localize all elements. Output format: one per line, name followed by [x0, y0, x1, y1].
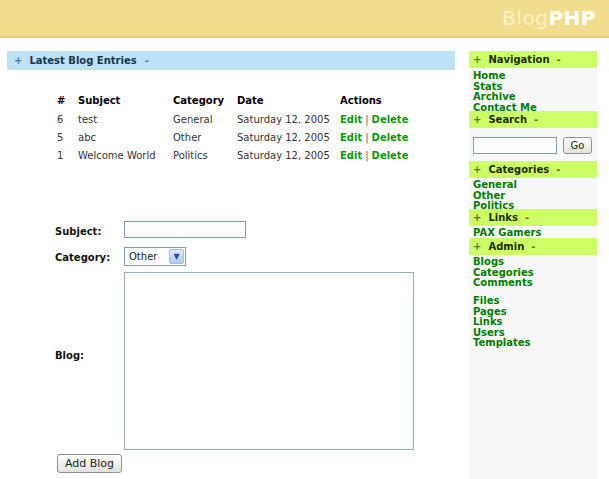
cell-category: General	[173, 110, 237, 128]
delete-link[interactable]: Delete	[372, 132, 409, 143]
action-separator: |	[365, 114, 368, 125]
table-row: 5 abc Other Saturday 12, 2005 Edit|Delet…	[57, 128, 430, 146]
latest-blog-entries-bar: +Latest Blog Entries-	[7, 51, 455, 70]
expand-toggle-icon[interactable]: +	[473, 164, 481, 175]
admin-section-title: Admin	[488, 241, 524, 252]
admin-links-group1: Blogs Categories Comments	[473, 257, 534, 289]
action-separator: |	[365, 132, 368, 143]
table-row: 1 Welcome World Politics Saturday 12, 20…	[57, 146, 430, 164]
col-header-num: #	[57, 90, 78, 110]
sidebar-item-admin-links[interactable]: Links	[473, 317, 531, 328]
search-input[interactable]	[473, 137, 557, 154]
cell-date: Saturday 12, 2005	[237, 110, 340, 128]
sidebar: +Navigation- Home Stats Archive Contact …	[469, 51, 597, 479]
collapse-toggle-icon[interactable]: -	[531, 241, 535, 252]
sidebar-item-category-general[interactable]: General	[473, 180, 517, 191]
subject-input[interactable]	[124, 221, 246, 238]
cell-subject: test	[78, 110, 173, 128]
search-row: Go	[473, 135, 592, 153]
edit-link[interactable]: Edit	[340, 132, 362, 143]
search-section-header: +Search-	[469, 111, 597, 128]
col-header-actions: Actions	[340, 90, 430, 110]
delete-link[interactable]: Delete	[372, 150, 409, 161]
add-blog-button[interactable]: Add Blog	[57, 454, 122, 473]
sidebar-item-home[interactable]: Home	[473, 71, 537, 82]
expand-toggle-icon[interactable]: +	[473, 212, 481, 223]
admin-section-header: +Admin-	[469, 238, 597, 255]
logo-text-php: PHP	[548, 6, 596, 30]
sidebar-item-admin-blogs[interactable]: Blogs	[473, 257, 534, 268]
categories-links: General Other Politics	[473, 180, 517, 212]
cell-num: 6	[57, 110, 78, 128]
sidebar-item-admin-comments[interactable]: Comments	[473, 278, 534, 289]
cell-num: 5	[57, 128, 78, 146]
links-links: PAX Gamers	[473, 228, 541, 239]
navigation-section-title: Navigation	[488, 54, 549, 65]
table-header-row: # Subject Category Date Actions	[57, 90, 430, 110]
table-row: 6 test General Saturday 12, 2005 Edit|De…	[57, 110, 430, 128]
chevron-down-icon[interactable]: ▼	[169, 249, 184, 264]
cell-actions: Edit|Delete	[340, 128, 430, 146]
admin-links-group2: Files Pages Links Users Templates	[473, 296, 531, 349]
col-header-date: Date	[237, 90, 340, 110]
expand-toggle-icon[interactable]: +	[473, 241, 481, 252]
blog-entries-table: # Subject Category Date Actions 6 test G…	[57, 90, 430, 164]
category-selected-value: Other	[129, 248, 157, 265]
collapse-toggle-icon[interactable]: -	[145, 55, 149, 66]
logo-text-blog: Blog	[502, 6, 548, 30]
search-go-button[interactable]: Go	[563, 137, 592, 154]
cell-num: 1	[57, 146, 78, 164]
expand-toggle-icon[interactable]: +	[473, 54, 481, 65]
collapse-toggle-icon[interactable]: -	[525, 212, 529, 223]
edit-link[interactable]: Edit	[340, 150, 362, 161]
expand-toggle-icon[interactable]: +	[14, 55, 22, 66]
category-select[interactable]: Other ▼	[124, 247, 186, 266]
cell-subject: Welcome World	[78, 146, 173, 164]
navigation-links: Home Stats Archive Contact Me	[473, 71, 537, 113]
search-section-title: Search	[488, 114, 527, 125]
blog-label: Blog:	[55, 350, 84, 361]
sidebar-item-admin-files[interactable]: Files	[473, 296, 531, 307]
delete-link[interactable]: Delete	[372, 114, 409, 125]
page: BlogPHP +Latest Blog Entries- # Subject …	[0, 0, 609, 479]
top-banner: BlogPHP	[0, 0, 609, 38]
expand-toggle-icon[interactable]: +	[473, 114, 481, 125]
blog-textarea[interactable]	[124, 272, 414, 450]
blogphp-logo: BlogPHP	[502, 6, 596, 30]
cell-category: Politics	[173, 146, 237, 164]
cell-subject: abc	[78, 128, 173, 146]
sidebar-item-admin-templates[interactable]: Templates	[473, 338, 531, 349]
cell-date: Saturday 12, 2005	[237, 128, 340, 146]
cell-actions: Edit|Delete	[340, 146, 430, 164]
cell-date: Saturday 12, 2005	[237, 146, 340, 164]
category-label: Category:	[55, 252, 110, 263]
navigation-section-header: +Navigation-	[469, 51, 597, 68]
edit-link[interactable]: Edit	[340, 114, 362, 125]
links-section-header: +Links-	[469, 209, 597, 226]
cell-actions: Edit|Delete	[340, 110, 430, 128]
collapse-toggle-icon[interactable]: -	[557, 54, 561, 65]
collapse-toggle-icon[interactable]: -	[556, 164, 560, 175]
categories-section-header: +Categories-	[469, 161, 597, 178]
links-section-title: Links	[488, 212, 518, 223]
cell-category: Other	[173, 128, 237, 146]
collapse-toggle-icon[interactable]: -	[534, 114, 538, 125]
categories-section-title: Categories	[488, 164, 549, 175]
panel-title: Latest Blog Entries	[29, 55, 136, 66]
col-header-subject: Subject	[78, 90, 173, 110]
sidebar-item-archive[interactable]: Archive	[473, 92, 537, 103]
action-separator: |	[365, 150, 368, 161]
col-header-category: Category	[173, 90, 237, 110]
subject-label: Subject:	[55, 226, 101, 237]
sidebar-item-pax-gamers[interactable]: PAX Gamers	[473, 228, 541, 239]
